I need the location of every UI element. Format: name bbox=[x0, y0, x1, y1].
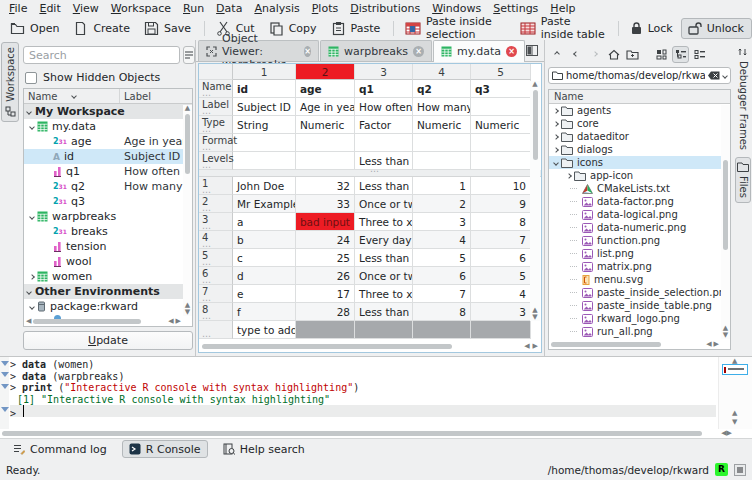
cell[interactable]: Three to xi ti… bbox=[355, 285, 413, 303]
menu-settings[interactable]: Settings bbox=[487, 1, 544, 16]
tree-item-warpbreaks[interactable]: warpbreaks bbox=[24, 209, 192, 224]
file-item-paste-inside-selection[interactable]: paste_inside_selection.png bbox=[549, 286, 730, 299]
stop-engine-icon[interactable] bbox=[734, 464, 746, 476]
unlock-button[interactable]: Unlock bbox=[681, 18, 752, 39]
search-input[interactable] bbox=[23, 46, 180, 64]
forward-button[interactable] bbox=[586, 46, 603, 63]
tree-item-women[interactable]: women bbox=[24, 269, 192, 284]
tree-item-breaks[interactable]: 231 breaks bbox=[24, 224, 192, 239]
file-item-dialogs[interactable]: dialogs bbox=[549, 143, 730, 156]
cell-type[interactable]: Factor bbox=[355, 116, 413, 134]
tab-object-viewer-warpbreaks[interactable]: Object Viewer: warpbreaks × bbox=[198, 40, 319, 61]
cell[interactable]: b bbox=[233, 231, 296, 249]
lock-button[interactable]: Lock bbox=[624, 18, 681, 39]
cell[interactable]: f bbox=[233, 303, 296, 321]
cell-label[interactable] bbox=[471, 98, 531, 116]
file-item-data-factor[interactable]: data-factor.png bbox=[549, 195, 730, 208]
close-tab-icon[interactable]: × bbox=[304, 46, 311, 57]
clear-text-icon[interactable] bbox=[708, 71, 720, 80]
file-item-run-all[interactable]: run_all.png bbox=[549, 325, 730, 338]
tab-warpbreaks[interactable]: warpbreaks × bbox=[320, 40, 432, 61]
file-item-list[interactable]: list.png bbox=[549, 247, 730, 260]
cell[interactable]: e bbox=[233, 285, 296, 303]
create-button[interactable]: Create bbox=[67, 18, 138, 39]
cell[interactable]: 3 bbox=[471, 303, 531, 321]
cell[interactable]: d bbox=[233, 267, 296, 285]
cell-format[interactable] bbox=[355, 134, 413, 152]
detailed-view-button[interactable] bbox=[691, 46, 708, 63]
cell-type[interactable]: Numeric bbox=[296, 116, 355, 134]
cell[interactable]: 1 bbox=[413, 177, 471, 195]
r-console-tab[interactable]: R Console bbox=[122, 440, 208, 458]
cell-levels[interactable] bbox=[413, 152, 471, 170]
scrollbar-slider[interactable] bbox=[723, 160, 728, 250]
row-header[interactable]: 4⋯ bbox=[199, 231, 233, 249]
menu-help[interactable]: Help bbox=[544, 1, 581, 16]
file-item-data-logical[interactable]: data-logical.png bbox=[549, 208, 730, 221]
cell-name-q3[interactable]: q3 bbox=[471, 80, 531, 98]
menu-workspace[interactable]: Workspace bbox=[105, 1, 177, 16]
file-item-agents[interactable]: agents bbox=[549, 104, 730, 117]
show-hidden-checkbox[interactable] bbox=[25, 72, 37, 84]
scrollbar-slider[interactable] bbox=[551, 342, 661, 347]
scrollbar-slider[interactable] bbox=[2, 431, 702, 436]
file-item-matrix[interactable]: matrix.png bbox=[549, 260, 730, 273]
cell-name-age[interactable]: age bbox=[296, 80, 355, 98]
meta-row-header[interactable]: Name⋯ bbox=[199, 80, 233, 98]
files-horizontal-scrollbar[interactable]: ◀ ▶ bbox=[549, 340, 721, 349]
tree-item-tension[interactable]: tension bbox=[24, 239, 192, 254]
tab-my-data[interactable]: my.data × bbox=[433, 40, 525, 62]
cell[interactable]: 2 bbox=[413, 195, 471, 213]
column-header-2-error[interactable]: 2 bbox=[296, 64, 355, 80]
file-item-paste-inside-table[interactable]: paste_inside_table.png bbox=[549, 299, 730, 312]
file-item-icons[interactable]: icons bbox=[549, 156, 730, 169]
menu-windows[interactable]: Windows bbox=[426, 1, 487, 16]
debugger-frames-dock-tab[interactable]: Debugger Frames bbox=[735, 42, 751, 155]
cell-label[interactable]: How often do… bbox=[355, 98, 413, 116]
cell[interactable]: 8 bbox=[471, 213, 531, 231]
tree-item-package-rkward[interactable]: package:rkward bbox=[24, 299, 192, 314]
up-button[interactable] bbox=[548, 46, 565, 63]
cell[interactable]: 28 bbox=[296, 303, 355, 321]
cell-type[interactable]: String bbox=[233, 116, 296, 134]
meta-row-header[interactable]: Type⋯ bbox=[199, 116, 233, 134]
cell[interactable]: 6 bbox=[471, 249, 531, 267]
open-button[interactable]: Open bbox=[4, 18, 67, 39]
menu-view[interactable]: View bbox=[67, 1, 105, 16]
files-dock-tab[interactable]: Files bbox=[735, 157, 751, 203]
console-horizontal-scrollbar[interactable]: ◀ ▶ bbox=[2, 429, 732, 437]
tree-item-age[interactable]: 231 age Age in year bbox=[24, 134, 192, 149]
file-item-menu-svg[interactable]: menu.svg bbox=[549, 273, 730, 286]
files-column-header[interactable]: Name bbox=[549, 90, 730, 104]
cell[interactable]: Three to xi ti… bbox=[355, 213, 413, 231]
cell-name-q1[interactable]: q1 bbox=[355, 80, 413, 98]
column-header-3[interactable]: 3 bbox=[355, 64, 413, 80]
cell[interactable]: Once or twice… bbox=[355, 267, 413, 285]
icons-view-button[interactable] bbox=[653, 46, 670, 63]
column-header-label[interactable]: Label bbox=[120, 91, 192, 102]
cell[interactable]: 26 bbox=[296, 267, 355, 285]
cell[interactable]: Less than onc… bbox=[355, 303, 413, 321]
table-vertical-scrollbar[interactable]: ▲ ▲ ▼ bbox=[530, 81, 540, 321]
scrollbar-slider[interactable] bbox=[533, 90, 538, 160]
menu-plots[interactable]: Plots bbox=[306, 1, 344, 16]
table-corner[interactable] bbox=[199, 64, 233, 80]
cell[interactable]: 24 bbox=[296, 231, 355, 249]
cell[interactable]: 5 bbox=[413, 249, 471, 267]
back-button[interactable] bbox=[567, 46, 584, 63]
cell-levels[interactable] bbox=[296, 152, 355, 170]
tree-section-other-environments[interactable]: Other Environments bbox=[24, 284, 192, 299]
r-engine-status-badge[interactable]: R bbox=[715, 463, 728, 476]
file-item-data-numeric[interactable]: data-numeric.png bbox=[549, 221, 730, 234]
paste-inside-selection-button[interactable]: Paste inside selection bbox=[399, 18, 514, 39]
file-item-dataeditor[interactable]: dataeditor bbox=[549, 130, 730, 143]
tree-item-q2[interactable]: 231 q2 How many ch… bbox=[24, 179, 192, 194]
menu-data[interactable]: Data bbox=[210, 1, 248, 16]
tree-section-my-workspace[interactable]: My Workspace bbox=[24, 104, 192, 119]
menu-distributions[interactable]: Distributions bbox=[344, 1, 426, 16]
cell-levels[interactable]: Less than onc… bbox=[355, 152, 413, 170]
cell-format[interactable] bbox=[296, 134, 355, 152]
scrollbar-slider[interactable] bbox=[33, 319, 141, 324]
menu-file[interactable]: File bbox=[3, 1, 33, 16]
scrollbar-slider[interactable] bbox=[185, 114, 190, 174]
